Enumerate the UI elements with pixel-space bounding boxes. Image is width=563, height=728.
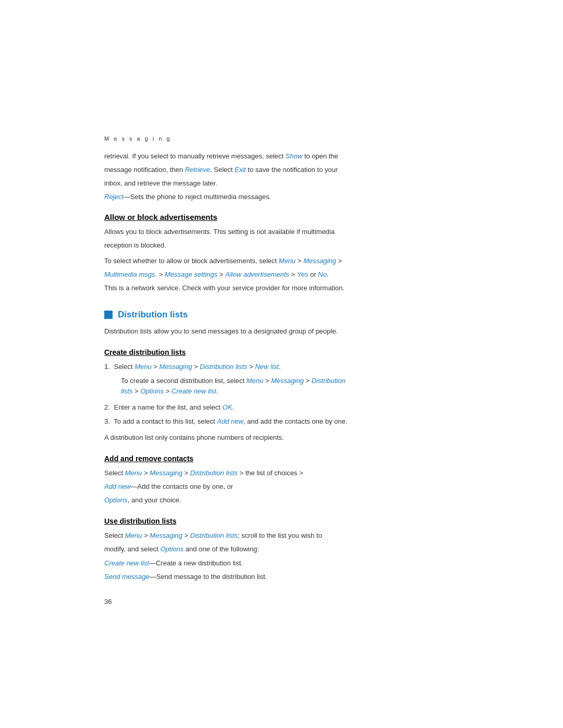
step1b-lists: lists — [121, 387, 132, 395]
use-para1b: modify, and select Options and one of th… — [104, 544, 459, 554]
distribution-intro: Distribution lists allow you to send mes… — [104, 326, 459, 337]
step1-arr2: > — [192, 363, 200, 371]
step1-menu: Menu — [134, 363, 152, 371]
ar-menu: Menu — [125, 469, 142, 477]
add-remove-para3: Options, and your choice. — [104, 495, 459, 505]
allow-block-para2: To select whether to allow or block adve… — [104, 256, 459, 266]
use-dist-heading: Use distribution lists — [104, 517, 459, 525]
reject-link: Reject — [104, 193, 124, 201]
ar-addnew-rest: —Add the contacts one by one, or — [131, 483, 234, 490]
step1b-dist: Distribution — [312, 377, 346, 385]
ar-dist: Distribution lists — [190, 469, 238, 477]
use-create-new: Create new list—Create a new distributio… — [104, 558, 459, 569]
allow-block-text3: > — [336, 257, 342, 265]
use-arr2: > — [182, 532, 190, 539]
step1-messaging: Messaging — [160, 363, 192, 371]
use-menu: Menu — [125, 532, 142, 539]
intro-text-3: message notification, then — [104, 166, 185, 174]
exit-link: Exit — [235, 166, 246, 174]
use-text1: Select — [104, 532, 125, 539]
intro-text-5: to save the notification to your — [246, 166, 338, 174]
allow-block-heading: Allow or block advertisements — [104, 213, 459, 221]
allow-block-text2: > — [296, 257, 303, 265]
ar-messaging: Messaging — [150, 469, 182, 477]
section-label: M e s s a g i n g — [104, 135, 459, 142]
ar-text2: > the list of choices > — [238, 469, 303, 477]
ar-addnew: Add new — [104, 483, 131, 490]
retrieve-link: Retrieve — [185, 166, 210, 174]
use-create-rest: —Create a new distribution list. — [149, 559, 243, 567]
show-link: Show — [286, 152, 303, 160]
page-number: 36 — [104, 598, 459, 606]
intro-text-2: to open the — [302, 152, 338, 160]
reject-text: —Sets the phone to reject multimedia mes… — [124, 193, 271, 201]
allow-block-text4: > — [157, 270, 165, 278]
use-options: Options — [160, 545, 183, 553]
ar-text1: Select — [104, 469, 125, 477]
step1-period: . — [279, 363, 281, 371]
allow-block-text1: To select whether to allow or block adve… — [104, 257, 279, 265]
add-remove-para2: Add new—Add the contacts one by one, or — [104, 482, 459, 492]
allow-block-text6: > — [289, 270, 297, 278]
use-text4: and one of the following: — [183, 545, 259, 553]
use-create-link: Create new list — [104, 559, 149, 567]
step1b-menu: Menu — [247, 377, 264, 385]
messaging-link-1: Messaging — [303, 257, 336, 265]
step2-ok: OK — [223, 403, 232, 411]
step1b-arr4: > — [164, 387, 172, 395]
step3-text2: , and add the contacts one by one. — [243, 417, 347, 425]
content-area: M e s s a g i n g retrieval. If you sele… — [0, 0, 563, 647]
step1b-period: . — [216, 387, 218, 395]
step1-newlist: New list — [255, 363, 279, 371]
allow-block-text7: or — [308, 270, 318, 278]
step1b-arr3: > — [132, 387, 140, 395]
create-step2: 2. Enter a name for the list, and select… — [104, 402, 459, 413]
step1-num: 1. — [104, 363, 110, 371]
step1-arr1: > — [152, 363, 160, 371]
create-dist-heading: Create distribution lists — [104, 348, 459, 356]
step1b-createnew: Create new list — [172, 387, 216, 395]
allow-block-section: Allow or block advertisements Allows you… — [104, 213, 459, 294]
multimedia-link: Multimedia msgs. — [104, 270, 157, 278]
use-text3: modify, and select — [104, 545, 160, 553]
distribution-lists-section: Distribution lists — [104, 310, 459, 320]
step3-addnew: Add new — [217, 417, 243, 425]
intro-text-4: . Select — [210, 166, 235, 174]
step1b-options: Options — [140, 387, 164, 395]
use-text2: ; scroll to the list you wish to — [238, 532, 322, 539]
use-dist: Distribution lists — [190, 532, 238, 539]
step1-text1: Select — [114, 363, 134, 371]
step1b-arr2: > — [304, 377, 312, 385]
yes-link: Yes — [297, 270, 309, 278]
allow-block-para3: This is a network service. Check with yo… — [104, 283, 459, 293]
allow-block-para1: Allows you to block advertisements. This… — [104, 227, 459, 237]
intro-paragraph-2: message notification, then Retrieve. Sel… — [104, 165, 459, 175]
use-send-msg: Send message—Send message to the distrib… — [104, 572, 459, 582]
create-step3: 3. To add a contact to this list, select… — [104, 416, 459, 427]
intro-text-6: inbox, and retrieve the message later. — [104, 179, 217, 187]
message-settings-link: Message settings — [165, 270, 217, 278]
intro-paragraph-3: inbox, and retrieve the message later. — [104, 178, 459, 189]
allow-block-para2b: Multimedia msgs. > Message settings > Al… — [104, 269, 459, 280]
allow-block-period: . — [327, 270, 329, 278]
step1-dist: Distribution lists — [200, 363, 247, 371]
page: M e s s a g i n g retrieval. If you sele… — [0, 0, 563, 728]
ar-options: Options — [104, 496, 128, 504]
use-send-link: Send message — [104, 573, 150, 581]
step2-num: 2. — [104, 403, 110, 411]
step2-period: . — [232, 403, 234, 411]
no-link: No — [318, 270, 327, 278]
step1b-text1: To create a second distribution list, se… — [121, 377, 247, 385]
reject-paragraph: Reject—Sets the phone to reject multimed… — [104, 192, 459, 202]
use-para1: Select Menu > Messaging > Distribution l… — [104, 530, 459, 541]
blue-square-icon — [104, 311, 113, 319]
allow-block-text5: > — [217, 270, 225, 278]
step1-arr3: > — [247, 363, 255, 371]
allow-adv-link: Allow advertisements — [225, 270, 289, 278]
allow-block-para1b: reception is blocked. — [104, 240, 459, 251]
create-note: A distribution list only contains phone … — [104, 433, 459, 443]
ar-arr1: > — [142, 469, 150, 477]
intro-text-1: retrieval. If you select to manually ret… — [104, 152, 286, 160]
add-remove-heading: Add and remove contacts — [104, 454, 459, 463]
step2-text1: Enter a name for the list, and select — [114, 403, 222, 411]
